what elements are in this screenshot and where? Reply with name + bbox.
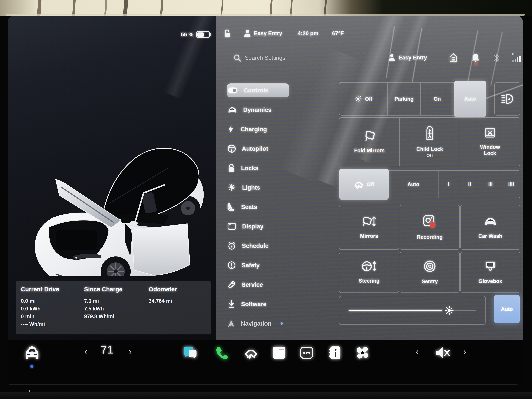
- auto-high-beam-icon: A: [501, 93, 514, 104]
- toggle-icon: [228, 87, 238, 94]
- dock-car-active-dot: [30, 365, 33, 368]
- wipers-auto-segment[interactable]: Auto: [389, 171, 438, 198]
- glovebox-button[interactable]: Glovebox: [460, 252, 520, 293]
- fan-app-icon[interactable]: [355, 345, 370, 361]
- volume-down-chevron[interactable]: ‹: [416, 344, 419, 359]
- volume-muted-icon[interactable]: [434, 346, 451, 360]
- settings-panel: Easy Entry 4:20 pm 67°F Search Settings …: [216, 16, 523, 340]
- fold-mirrors-button[interactable]: Fold Mirrors: [339, 118, 400, 166]
- trip-value: 0.0 kWh: [21, 305, 59, 313]
- messages-app-icon[interactable]: [182, 345, 197, 361]
- phone-app-icon[interactable]: [214, 345, 229, 361]
- sidebar-item-safety[interactable]: Safety: [228, 255, 301, 275]
- car-status-panel: 56 %: [8, 16, 216, 340]
- nav-arrow-icon: [228, 319, 235, 328]
- all-apps-icon[interactable]: [299, 345, 315, 361]
- lock-icon: [228, 164, 235, 172]
- trip-col-since-charge: Since Charge 7.6 mi 7.5 kWh 979.8 Wh/mi: [84, 286, 122, 320]
- sidebar-item-seats[interactable]: Seats: [228, 197, 301, 217]
- steering-adjust-icon: [361, 261, 377, 272]
- steering-wheel-icon: [228, 145, 236, 153]
- brightness-sun-icon[interactable]: [444, 306, 454, 315]
- search-input[interactable]: Search Settings: [245, 55, 285, 61]
- cabin-temperature[interactable]: 71: [101, 343, 114, 356]
- mirrors-adjust-icon: [362, 215, 376, 227]
- battery-icon: [196, 31, 211, 38]
- trip-col-odometer: Odometer 34,764 mi: [149, 286, 177, 305]
- bezel-bottom-rim: [9, 384, 518, 385]
- sidebar-item-dynamics[interactable]: Dynamics: [228, 100, 301, 120]
- temp-up-chevron[interactable]: ›: [129, 344, 132, 359]
- temp-down-chevron[interactable]: ‹: [84, 344, 87, 359]
- sentry-icon: [424, 260, 436, 272]
- sidebar-item-lights[interactable]: Lights: [228, 178, 301, 197]
- sentry-button[interactable]: Sentry: [400, 252, 460, 293]
- headlights-on-segment[interactable]: On: [421, 82, 454, 115]
- sidebar-item-navigation[interactable]: Navigation: [228, 314, 301, 333]
- volume-up-chevron[interactable]: ›: [463, 344, 466, 359]
- app-dock: ‹ 71 ›: [8, 340, 523, 383]
- headlights-auto-segment[interactable]: Auto: [454, 81, 486, 117]
- brightness-slider[interactable]: [339, 296, 486, 325]
- window-lock-button[interactable]: Window Lock: [460, 118, 520, 166]
- headlights-off-segment[interactable]: Off: [339, 82, 388, 115]
- bulb-icon: [228, 183, 236, 192]
- search-icon[interactable]: [233, 54, 242, 62]
- wipers-off-segment[interactable]: Off: [339, 169, 389, 200]
- wipers-speed4-segment[interactable]: IIII: [501, 171, 521, 198]
- brightness-track-rest: [454, 310, 476, 311]
- child-lock-icon: [426, 126, 434, 140]
- tesla-touchscreen: 56 %: [8, 16, 523, 383]
- trip-value: 0 min: [21, 313, 59, 320]
- trip-title: Odometer: [149, 286, 177, 293]
- window-lock-icon: [485, 127, 495, 138]
- unlocked-icon[interactable]: [223, 29, 231, 38]
- trip-title: Since Charge: [84, 286, 122, 293]
- steering-button[interactable]: Steering: [339, 252, 399, 293]
- dock-car-icon[interactable]: [24, 344, 40, 361]
- car-front-icon: [228, 106, 237, 114]
- bolt-icon: [228, 125, 234, 133]
- svg-text:A: A: [508, 97, 511, 101]
- trip-value: 7.5 kWh: [84, 305, 122, 313]
- sidebar-item-service[interactable]: Service: [228, 275, 301, 294]
- mirrors-button[interactable]: Mirrors: [339, 205, 399, 250]
- sidebar-item-schedule[interactable]: Schedule: [228, 236, 301, 255]
- sidebar-item-autopilot[interactable]: Autopilot: [228, 139, 301, 158]
- trip-value: 979.8 Wh/mi: [84, 313, 122, 320]
- seat-icon: [228, 203, 235, 211]
- car-wash-button[interactable]: Car Wash: [460, 205, 520, 250]
- auto-high-beam-button[interactable]: A: [494, 82, 520, 115]
- recording-button[interactable]: Recording: [400, 205, 460, 250]
- wiper-app-icon[interactable]: [243, 345, 259, 361]
- headlights-segment-group: Off Parking On Auto: [339, 82, 485, 115]
- alert-icon: [228, 261, 236, 269]
- trip-value: 0.0 mi: [21, 297, 59, 305]
- profile-icon[interactable]: [243, 29, 251, 38]
- car-3d-render[interactable]: [14, 111, 210, 276]
- display-auto-button[interactable]: Auto: [494, 295, 519, 323]
- wipers-speed2-segment[interactable]: II: [459, 171, 480, 198]
- garage-ceiling: [0, 0, 532, 16]
- sidebar-item-software[interactable]: Software: [228, 294, 301, 314]
- driver-profile-name[interactable]: Easy Entry: [254, 30, 282, 37]
- wipers-speed1-segment[interactable]: I: [438, 171, 459, 198]
- child-lock-button[interactable]: Child Lock Off: [400, 118, 460, 166]
- sidebar-item-display[interactable]: Display: [228, 217, 301, 236]
- trip-info-card: Current Drive 0.0 mi 0.0 kWh 0 min ---- …: [16, 281, 211, 335]
- manual-app-icon[interactable]: [327, 345, 343, 361]
- display-icon: [228, 223, 236, 230]
- wrench-icon: [228, 281, 236, 289]
- controls-content: Off Parking On Auto A: [339, 16, 519, 340]
- trip-value: ---- Wh/mi: [21, 320, 59, 328]
- sidebar-item-charging[interactable]: Charging: [228, 120, 301, 139]
- lights-off-icon: [354, 95, 362, 103]
- calendar-app-icon[interactable]: [271, 345, 287, 361]
- sidebar-item-controls[interactable]: Controls: [228, 81, 301, 100]
- headlights-parking-segment[interactable]: Parking: [388, 82, 421, 115]
- child-lock-state: Off: [416, 153, 443, 158]
- wipers-speed3-segment[interactable]: III: [480, 171, 501, 198]
- battery-percent: 56 %: [181, 32, 193, 38]
- wipers-segment-group: Off Auto I II III IIII: [339, 170, 520, 198]
- sidebar-item-locks[interactable]: Locks: [228, 158, 301, 178]
